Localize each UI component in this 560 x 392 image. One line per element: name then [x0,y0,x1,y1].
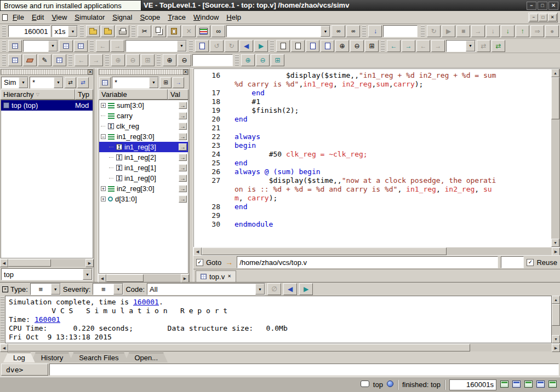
source-line[interactable]: 16 $display($stime,,"in1_reg + %d in2_re… [197,71,551,89]
sim-next-button[interactable] [471,25,485,37]
window-tool-button-4[interactable] [536,381,545,389]
source-line[interactable]: 30endmodule [197,220,551,229]
source-line[interactable]: 25end [197,159,551,168]
scroll-right-button[interactable] [552,247,560,256]
open-database-button[interactable] [86,25,100,37]
search-backward-button[interactable] [346,25,360,37]
tree-expander[interactable] [101,103,106,108]
sim-continue-button[interactable] [530,25,544,37]
next-file-button[interactable] [291,40,305,52]
source-hscrollbar[interactable] [193,247,560,255]
menu-item-simulator[interactable]: Simulator [71,11,108,23]
undo-button[interactable] [210,40,224,52]
chevron-down-icon[interactable] [48,41,58,51]
close-button[interactable] [548,2,558,10]
trace-zoom-out-button[interactable] [178,54,191,66]
cut-button[interactable] [138,25,151,37]
toolbar-drag-handle[interactable] [80,26,84,37]
menu-item-signal[interactable]: Signal [108,11,136,23]
cursor-prev-edge-button[interactable] [387,40,401,52]
sim-restart-button[interactable] [427,25,441,37]
tab-top-v[interactable]: top.v [196,270,236,282]
scroll-left-button[interactable] [0,259,8,267]
panel-close-button[interactable] [183,70,188,74]
source-lines[interactable]: 16 $display($stime,,"in1_reg + %d in2_re… [194,69,551,247]
show-value-arrow[interactable] [179,133,187,140]
source-vscrollbar[interactable] [551,69,559,247]
shift-left-button[interactable] [96,40,110,52]
window-tool-button-1[interactable] [500,381,508,389]
panel-dock-button[interactable] [2,286,8,292]
annotate-button[interactable] [38,54,52,66]
search-forward-button[interactable] [332,25,345,37]
insert-signal-button[interactable] [74,40,88,52]
source-line[interactable]: 26always @ (sum) begin [197,168,551,176]
edge-type-select[interactable] [446,40,476,52]
source-line[interactable]: 28end [197,203,551,211]
scroll-left-button[interactable] [193,247,202,256]
goto-time-field[interactable] [383,25,418,37]
show-value-arrow[interactable] [179,102,187,109]
shift-right-button[interactable] [111,40,124,52]
pan-zoom-full-button[interactable] [271,54,284,66]
sim-step-button[interactable] [486,25,500,37]
add-group-button[interactable] [8,40,22,52]
current-scope-select[interactable]: top [1,268,93,280]
goto-checkbox[interactable] [196,259,203,266]
console-tab-log[interactable]: Log [3,353,35,362]
scroll-down-button[interactable] [551,239,559,247]
view-mode-button[interactable] [99,77,111,88]
chevron-down-icon[interactable] [51,284,60,295]
variable-row[interactable]: Iin1_reg[1] [99,163,188,173]
select-mode-button[interactable] [8,54,22,66]
back-button[interactable] [239,40,253,52]
expand-all-button[interactable] [160,77,172,88]
edit-grid-button[interactable] [53,54,66,66]
hierarchy-rows[interactable]: top (top)Mod [1,100,93,258]
type-column-header[interactable]: Typ [75,89,93,100]
menu-item-window[interactable]: Window [190,11,222,23]
cursor-next-edge-button[interactable] [402,40,415,52]
goto-arrow-button[interactable] [224,258,234,267]
compare-button[interactable] [477,40,490,52]
child-minimize-button[interactable] [529,14,538,21]
scroll-up-button[interactable] [551,69,559,77]
toolbar-drag-handle[interactable] [157,55,161,66]
variable-row[interactable]: d[31:0] [99,194,188,204]
chevron-down-icon[interactable] [19,77,28,88]
reuse-checkbox[interactable] [527,259,534,266]
menu-item-view[interactable]: View [48,11,71,23]
show-value-arrow[interactable] [179,195,187,203]
paste-button[interactable] [167,25,181,37]
child-close-button[interactable] [548,14,557,21]
toolbar-drag-handle[interactable] [90,41,94,51]
menu-item-file[interactable]: File [9,11,28,23]
minimize-button[interactable] [527,2,536,10]
tree-expander[interactable] [101,186,106,191]
scroll-thumb[interactable] [552,304,560,326]
scroll-track[interactable] [202,247,552,255]
toolbar-drag-handle[interactable] [235,55,239,66]
scroll-up-button[interactable] [552,296,560,304]
chevron-down-icon[interactable] [177,41,186,51]
tree-expander[interactable] [101,134,106,139]
zoom-fit-button[interactable] [365,40,379,52]
show-value-arrow[interactable] [179,175,187,182]
variable-row[interactable]: in1_reg[3:0] [99,131,188,142]
clear-filter-button[interactable] [267,283,281,295]
type-filter-select[interactable] [30,283,61,295]
show-value-arrow[interactable] [179,123,187,130]
chevron-down-icon[interactable] [321,26,330,37]
hierarchy-filter-select[interactable]: * [30,77,64,89]
scroll-track[interactable] [8,344,552,351]
panel-close-button[interactable] [88,70,93,74]
prev-message-button[interactable] [283,283,297,295]
variable-row[interactable]: Iin1_reg[2] [99,152,188,163]
print-button[interactable] [116,25,129,37]
scroll-right-button[interactable] [181,274,189,283]
toolbar-drag-handle[interactable] [2,55,6,66]
last-file-button[interactable] [321,40,334,52]
source-line[interactable]: 27 $display($stime,,"now at a clock pose… [197,176,551,203]
scope-type-select[interactable]: Sim [1,77,28,89]
search-button[interactable] [212,25,225,37]
